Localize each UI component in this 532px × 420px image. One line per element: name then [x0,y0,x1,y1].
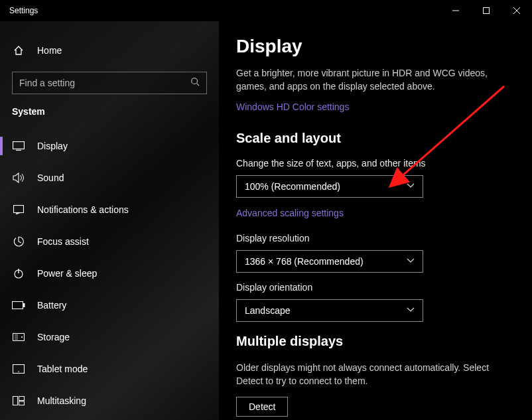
minimize-button[interactable] [440,0,471,21]
hd-color-link[interactable]: Windows HD Color settings [236,102,349,112]
storage-icon [12,330,25,344]
main-panel: Display Get a brighter, more vibrant pic… [219,21,532,420]
orientation-value: Landscape [245,305,291,316]
focus-icon [12,235,25,248]
chevron-down-icon [407,257,415,265]
sidebar-item-label: Power & sleep [37,268,97,279]
close-icon [513,7,520,14]
home-nav[interactable]: Home [0,38,219,62]
sidebar-item-label: Sound [37,173,64,183]
sidebar-item-storage[interactable]: Storage [0,321,219,353]
resolution-value: 1366 × 768 (Recommended) [245,256,364,267]
svg-point-1 [192,78,198,84]
svg-rect-6 [23,303,25,307]
sidebar-item-label: Tablet mode [37,364,88,374]
tablet-icon [12,362,25,376]
sidebar-item-notifications[interactable]: Notifications & actions [0,194,219,226]
sidebar-item-display[interactable]: Display [0,130,219,162]
titlebar: Settings [0,0,532,21]
sidebar-item-focus-assist[interactable]: Focus assist [0,226,219,257]
sidebar-item-battery[interactable]: Battery [0,289,219,321]
svg-rect-3 [14,206,24,213]
scale-value: 100% (Recommended) [245,181,340,192]
multitask-icon [12,394,25,407]
detect-button[interactable]: Detect [236,397,288,417]
svg-rect-0 [484,8,490,14]
svg-rect-2 [13,142,25,149]
chevron-down-icon [407,307,415,314]
search-box[interactable] [12,72,207,94]
window-title: Settings [9,6,38,15]
orientation-label: Display orientation [236,282,515,293]
sidebar: Home System Display Sound Notifica [0,21,219,420]
search-icon [190,77,200,89]
hdr-description: Get a brighter, more vibrant picture in … [236,66,515,94]
scale-label: Change the size of text, apps, and other… [236,158,515,169]
display-icon [12,139,25,153]
scale-layout-heading: Scale and layout [236,131,515,146]
close-button[interactable] [501,0,532,21]
home-icon [12,44,25,57]
battery-icon [12,299,25,312]
advanced-scaling-link[interactable]: Advanced scaling settings [236,208,344,218]
orientation-dropdown[interactable]: Landscape [236,299,423,322]
sound-icon [12,171,25,184]
svg-rect-11 [13,397,18,405]
home-label: Home [37,45,62,56]
resolution-label: Display resolution [236,233,515,244]
section-label: System [0,104,219,130]
svg-point-10 [18,371,19,372]
svg-rect-13 [19,401,25,405]
svg-point-8 [21,336,23,338]
minimize-icon [452,7,459,14]
sidebar-item-power-sleep[interactable]: Power & sleep [0,257,219,289]
sidebar-item-label: Storage [37,332,70,342]
multiple-displays-heading: Multiple displays [236,334,515,349]
sidebar-item-label: Display [37,141,68,151]
chevron-down-icon [407,182,415,190]
svg-rect-5 [13,302,23,309]
resolution-dropdown[interactable]: 1366 × 768 (Recommended) [236,250,423,273]
sidebar-item-label: Battery [37,300,66,311]
sidebar-item-sound[interactable]: Sound [0,162,219,194]
page-title: Display [236,36,515,57]
svg-rect-12 [19,397,25,401]
window-controls [440,0,532,21]
scale-dropdown[interactable]: 100% (Recommended) [236,175,423,198]
sidebar-item-label: Focus assist [37,236,89,247]
search-input[interactable] [19,78,190,88]
sidebar-item-label: Multitasking [37,395,86,406]
sidebar-item-label: Notifications & actions [37,204,129,215]
notifications-icon [12,203,25,216]
detect-label: Detect [249,401,275,412]
maximize-button[interactable] [471,0,501,21]
maximize-icon [483,7,490,14]
sidebar-item-tablet-mode[interactable]: Tablet mode [0,353,219,385]
sidebar-item-multitasking[interactable]: Multitasking [0,385,219,417]
power-icon [12,267,25,280]
multiple-displays-description: Older displays might not always connect … [236,361,515,388]
